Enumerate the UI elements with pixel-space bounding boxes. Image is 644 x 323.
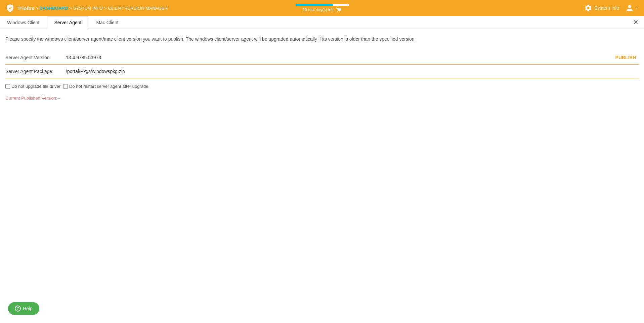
system-info-label: System Info xyxy=(594,5,619,11)
breadcrumb-system-info: SYSTEM INFO xyxy=(73,6,103,11)
system-info-button[interactable]: System Info xyxy=(584,4,619,12)
close-button[interactable]: ✕ xyxy=(633,19,639,26)
cart-icon xyxy=(336,7,341,12)
logo[interactable]: Triofox xyxy=(5,3,34,13)
package-label: Server Agent Package: xyxy=(5,69,66,74)
version-label: Server Agent Version: xyxy=(5,55,66,60)
tabs-bar: Windows Client Server Agent Mac Client ✕ xyxy=(0,16,644,29)
publish-button[interactable]: PUBLISH xyxy=(613,55,639,60)
triofox-logo-icon xyxy=(5,3,15,13)
chevron-down-icon xyxy=(635,6,639,10)
description-text: Please specify the windows client/server… xyxy=(5,36,639,43)
gear-icon xyxy=(584,4,592,12)
help-label: Help xyxy=(23,306,33,311)
no-restart-checkbox-item: Do not restart server agent after upgrad… xyxy=(63,84,148,89)
current-version: Current Published Version:-- xyxy=(5,94,639,102)
no-upgrade-checkbox-item: Do not upgrade file driver xyxy=(5,84,60,89)
trial-text-area: 15 trial day(s) left. xyxy=(303,7,341,12)
package-row: Server Agent Package: xyxy=(5,65,639,78)
breadcrumb: > DASHBOARD > SYSTEM INFO > CLIENT VERSI… xyxy=(36,6,168,11)
package-input[interactable] xyxy=(66,69,639,74)
tab-mac-client[interactable]: Mac Client xyxy=(89,16,125,29)
logo-text: Triofox xyxy=(17,5,34,11)
trial-bar-fill xyxy=(295,4,333,6)
trial-text: 15 trial day(s) left. xyxy=(303,7,335,12)
breadcrumb-sep2: > xyxy=(69,6,72,11)
version-input[interactable] xyxy=(66,55,613,60)
tab-windows-client[interactable]: Windows Client xyxy=(0,16,46,29)
no-restart-label: Do not restart server agent after upgrad… xyxy=(69,84,148,89)
main-content: Please specify the windows client/server… xyxy=(0,29,644,109)
header-right: System Info xyxy=(584,4,639,12)
user-menu[interactable] xyxy=(626,4,639,12)
help-icon: ? xyxy=(15,306,21,312)
help-button[interactable]: ? Help xyxy=(8,302,39,315)
no-upgrade-label: Do not upgrade file driver xyxy=(11,84,60,89)
trial-bar-track xyxy=(295,4,349,6)
version-row: Server Agent Version: PUBLISH xyxy=(5,51,639,65)
tab-server-agent[interactable]: Server Agent xyxy=(47,16,88,29)
breadcrumb-current: CLIENT VERSION MANAGER xyxy=(108,6,167,11)
breadcrumb-sep3: > xyxy=(104,6,107,11)
user-icon xyxy=(626,4,633,12)
header: Triofox > DASHBOARD > SYSTEM INFO > CLIE… xyxy=(0,0,644,16)
checkboxes-area: Do not upgrade file driver Do not restar… xyxy=(5,78,639,94)
no-restart-checkbox[interactable] xyxy=(63,84,68,89)
no-upgrade-checkbox[interactable] xyxy=(5,84,10,89)
breadcrumb-dashboard[interactable]: DASHBOARD xyxy=(40,6,68,11)
breadcrumb-separator: > xyxy=(36,6,38,11)
trial-info: 15 trial day(s) left. xyxy=(295,4,349,12)
